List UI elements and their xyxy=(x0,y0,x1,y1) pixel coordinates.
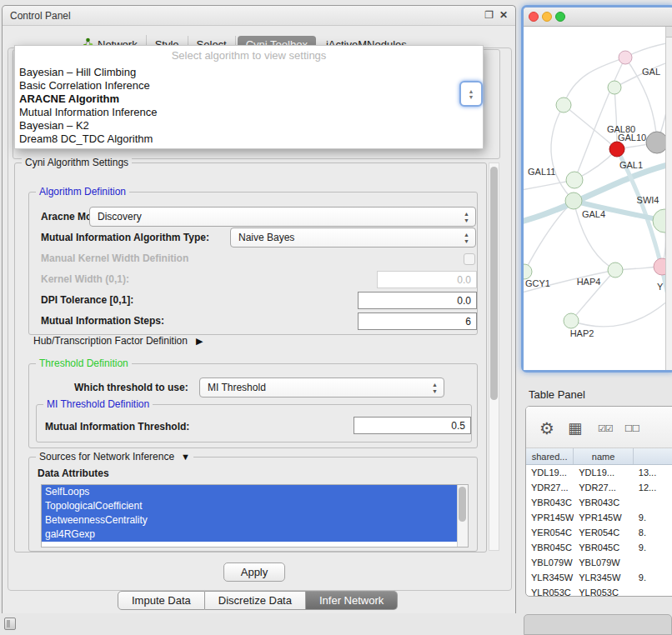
table-panel-title: Table Panel xyxy=(529,388,585,401)
network-node[interactable] xyxy=(608,81,621,94)
network-node[interactable] xyxy=(608,262,623,278)
network-canvas[interactable]: GALGAL80GAL10GAL11GAL1SWI4GAL4GCY1HAP4HA… xyxy=(524,27,672,370)
collapsed-panel-strip[interactable] xyxy=(524,614,672,635)
network-node[interactable] xyxy=(556,98,571,112)
settings-scrollbar[interactable] xyxy=(489,162,499,551)
network-node[interactable] xyxy=(609,142,624,157)
table-cell: 9. xyxy=(634,570,672,585)
which-threshold-label: Which threshold to use: xyxy=(74,382,188,393)
table-row[interactable]: YPR145WYPR145W9. xyxy=(526,510,672,525)
table-toolbar: ⚙ ▦ ☑☑ ☐☐ xyxy=(526,407,672,448)
table-header-row: shared... name xyxy=(526,448,672,465)
mi-threshold-field[interactable]: 0.5 xyxy=(354,417,471,434)
table-cell: 9. xyxy=(634,510,672,525)
table-cell xyxy=(634,555,672,570)
network-window-titlebar[interactable] xyxy=(524,8,672,27)
attribute-list-scrollbar[interactable] xyxy=(457,485,468,547)
mi-threshold-label: Mutual Information Threshold: xyxy=(45,421,189,432)
mi-steps-field[interactable]: 6 xyxy=(358,312,477,330)
gear-icon[interactable]: ⚙ xyxy=(539,418,554,438)
hub-definition-label: Hub/Transcription Factor Definition xyxy=(33,335,188,347)
network-node-label: GAL11 xyxy=(528,167,555,177)
network-edge[interactable] xyxy=(614,88,617,149)
table-cell: 12... xyxy=(634,480,672,495)
table-cell: YBL079W xyxy=(526,555,574,570)
dpi-tolerance-value: 0.0 xyxy=(457,295,471,307)
table-row[interactable]: YBL079WYBL079W xyxy=(526,555,672,570)
table-row[interactable]: YDL19...YDL19...13... xyxy=(526,465,672,480)
attribute-item-selected[interactable]: TopologicalCoefficient xyxy=(42,499,457,513)
table-row[interactable]: YBR043CYBR043C xyxy=(526,495,672,510)
table-cell: YDL19... xyxy=(526,465,574,480)
mi-type-select[interactable]: Naive Bayes ▲▼ xyxy=(230,228,476,248)
which-threshold-select[interactable]: MI Threshold ▲▼ xyxy=(199,378,444,398)
network-node[interactable] xyxy=(653,209,665,232)
float-window-icon[interactable]: ❐ xyxy=(484,9,494,21)
table-row[interactable]: YLR053CYLR053C xyxy=(526,585,672,596)
sources-group-title: Sources for Network Inference ▼ xyxy=(36,451,193,462)
apply-button[interactable]: Apply xyxy=(223,562,285,582)
algorithm-option[interactable]: Dream8 DC_TDC Algorithm xyxy=(15,132,483,146)
table-row[interactable]: YDR27...YDR27...12... xyxy=(526,480,672,495)
tab-discretize-data[interactable]: Discretize Data xyxy=(205,591,306,610)
kernel-width-field[interactable]: 0.0 xyxy=(377,271,477,288)
table-cell xyxy=(634,585,672,596)
combo-arrows-icon: ▲▼ xyxy=(432,382,438,395)
table-cell: YER054C xyxy=(574,525,634,540)
close-window-icon[interactable]: ✕ xyxy=(499,9,508,21)
table-row[interactable]: YLR345WYLR345W9. xyxy=(526,570,672,585)
table-row[interactable]: YBR045CYBR045C9. xyxy=(526,540,672,555)
combo-arrow-up-icon: ▲ xyxy=(469,88,474,94)
algorithm-option[interactable]: Bayesian – Hill Climbing xyxy=(15,66,483,79)
expand-right-icon[interactable]: ▶ xyxy=(196,336,203,347)
network-view-window: GALGAL80GAL10GAL11GAL1SWI4GAL4GCY1HAP4HA… xyxy=(521,5,672,372)
table-row[interactable]: YER054CYER054C8. xyxy=(526,525,672,540)
column-header-shared-name[interactable]: shared... xyxy=(526,448,574,464)
network-node[interactable] xyxy=(524,264,532,279)
scrollbar-thumb[interactable] xyxy=(459,487,466,522)
columns-icon[interactable]: ▦ xyxy=(568,419,582,438)
network-node[interactable] xyxy=(654,258,665,275)
network-scrollbar[interactable] xyxy=(665,27,672,370)
attribute-item-selected[interactable]: SelfLoops xyxy=(42,485,457,499)
algorithm-option-selected[interactable]: ARACNE Algorithm xyxy=(15,92,483,106)
network-node[interactable] xyxy=(564,313,579,328)
expand-down-icon[interactable]: ▼ xyxy=(181,452,190,462)
network-node[interactable] xyxy=(619,51,632,64)
algorithm-option[interactable]: Mutual Information Inference xyxy=(15,106,483,119)
scrollbar-thumb[interactable] xyxy=(490,167,498,400)
column-header-name[interactable]: name xyxy=(574,448,634,464)
algorithm-option[interactable]: Bayesian – K2 xyxy=(15,119,483,132)
network-edge[interactable] xyxy=(574,58,625,180)
algorithm-option[interactable]: Basic Correlation Inference xyxy=(15,79,483,92)
kernel-width-label: Kernel Width (0,1): xyxy=(41,273,129,285)
hub-definition-section[interactable]: Hub/Transcription Factor Definition ▶ xyxy=(33,335,203,347)
attribute-item-selected[interactable]: gal4RGexp xyxy=(42,528,457,542)
network-node-label: GAL1 xyxy=(619,160,643,170)
tab-infer-network[interactable]: Infer Network xyxy=(306,591,398,610)
table-cell: YBR043C xyxy=(526,495,574,510)
tab-impute-data[interactable]: Impute Data xyxy=(118,591,205,610)
panel-toggle-icon[interactable] xyxy=(4,618,16,630)
attribute-item-selected[interactable]: BetweennessCentrality xyxy=(42,513,457,528)
algorithm-dropdown-popup: Select algorithm to view settings Bayesi… xyxy=(14,45,484,149)
zoom-traffic-icon[interactable] xyxy=(555,12,565,22)
aracne-mode-select[interactable]: Discovery ▲▼ xyxy=(89,207,476,227)
dpi-tolerance-field[interactable]: 0.0 xyxy=(358,292,477,309)
clear-selection-icon[interactable]: ☐☐ xyxy=(624,423,639,434)
table-cell: YLR053C xyxy=(526,585,574,596)
minimize-traffic-icon[interactable] xyxy=(542,12,552,22)
manual-kernel-checkbox[interactable] xyxy=(464,253,475,265)
network-node[interactable] xyxy=(566,172,583,188)
select-all-rows-icon[interactable]: ☑☑ xyxy=(598,423,613,434)
algorithm-combo-button[interactable]: ▲ ▼ xyxy=(459,81,483,107)
network-node[interactable] xyxy=(565,192,582,209)
data-attributes-list[interactable]: SelfLoops TopologicalCoefficient Between… xyxy=(41,484,469,548)
network-node[interactable] xyxy=(646,132,665,153)
sources-title-text: Sources for Network Inference xyxy=(39,451,174,462)
scrollbar-button[interactable] xyxy=(666,27,672,38)
column-header-extra[interactable] xyxy=(634,448,672,464)
table-cell: YLR053C xyxy=(574,585,634,596)
close-traffic-icon[interactable] xyxy=(529,12,539,22)
network-node-label: HAP4 xyxy=(577,277,601,287)
